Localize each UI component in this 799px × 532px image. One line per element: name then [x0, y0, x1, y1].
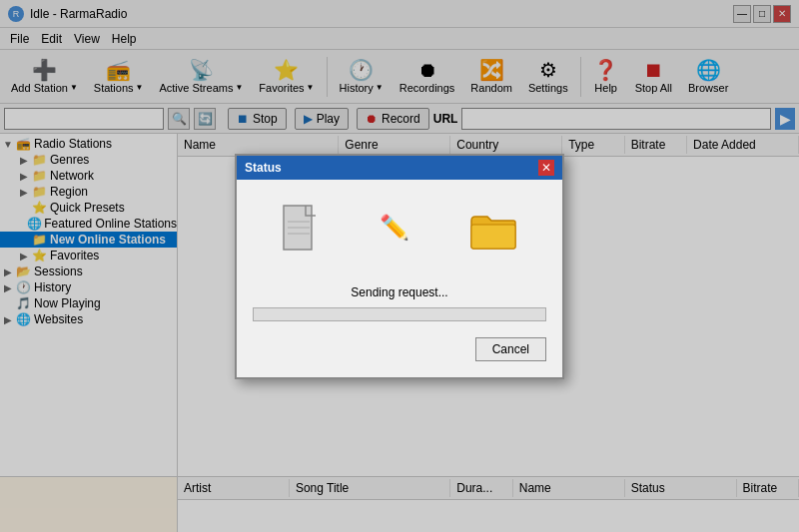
modal-body: ✏️ Sending request... Cancel [237, 180, 562, 377]
modal-buttons: Cancel [253, 333, 546, 361]
status-modal: Status ✕ ✏️ [235, 154, 564, 379]
modal-title-bar: Status ✕ [237, 156, 562, 180]
progress-bar [253, 307, 546, 321]
svg-rect-4 [471, 225, 515, 249]
folder-destination-icon [469, 211, 517, 254]
modal-overlay: Status ✕ ✏️ [0, 0, 799, 532]
transfer-arrow: ✏️ [380, 214, 409, 242]
cancel-button[interactable]: Cancel [475, 337, 546, 361]
modal-close-button[interactable]: ✕ [538, 160, 554, 176]
modal-title: Status [245, 161, 282, 175]
modal-status-text: Sending request... [253, 285, 546, 299]
document-icon [282, 204, 320, 262]
modal-icons-row: ✏️ [253, 196, 546, 269]
